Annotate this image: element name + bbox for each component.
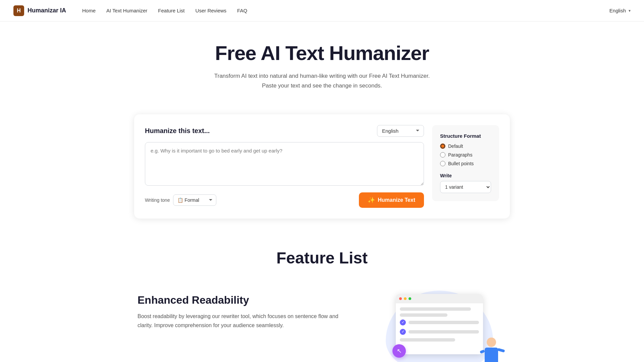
feature-description: Boost readability by leveraging our rewr… [138, 312, 352, 330]
hero-section: Free AI Text Humanizer Transform AI text… [0, 21, 644, 104]
chevron-down-icon: ▾ [629, 8, 631, 13]
features-section-title: Feature List [13, 249, 631, 267]
content-line-2 [400, 313, 447, 317]
nav-item-user-reviews[interactable]: User Reviews [196, 8, 227, 13]
tool-card: Humanize this text... English Spanish Fr… [134, 114, 510, 219]
nav-item-faq[interactable]: FAQ [237, 8, 247, 13]
content-line-check-2: ✓ [400, 329, 479, 335]
feature-item-readability: Enhanced Readability Boost readability b… [138, 287, 506, 362]
nav-item-feature-list[interactable]: Feature List [158, 8, 184, 13]
nav-links: Home AI Text Humanizer Feature List User… [82, 8, 609, 14]
structure-title: Structure Format [440, 133, 491, 139]
person-head [487, 338, 496, 347]
structure-panel: Structure Format Default Paragraphs Bull… [432, 125, 499, 201]
humanize-textarea[interactable] [145, 142, 424, 186]
content-line-check-1: ✓ [400, 319, 479, 325]
structure-option-default[interactable]: Default [440, 143, 491, 149]
tool-header-title: Humanize this text... [145, 127, 210, 135]
hero-title: Free AI Text Humanizer [13, 42, 631, 65]
browser-content: ✓ ✓ [396, 303, 483, 348]
tool-left-panel: Humanize this text... English Spanish Fr… [145, 125, 424, 208]
tool-section: Humanize this text... English Spanish Fr… [121, 114, 523, 219]
nav-logo[interactable]: H Humanizar IA [13, 5, 66, 16]
tool-header: Humanize this text... English Spanish Fr… [145, 125, 424, 137]
person-body [485, 348, 498, 362]
feature-illustration: ✓ ✓ ↖ [379, 287, 506, 362]
check-line-bar-1 [409, 321, 479, 324]
dot-green [409, 297, 411, 300]
navbar: H Humanizar IA Home AI Text Humanizer Fe… [0, 0, 644, 21]
sparkle-icon: ✨ [368, 196, 375, 204]
write-label: Write [440, 173, 491, 178]
logo-icon: H [13, 5, 24, 16]
features-section: Feature List Enhanced Readability Boost … [0, 229, 644, 362]
person-arm-right [497, 348, 505, 352]
writing-tone-label: Writing tone [145, 197, 170, 203]
feature-heading: Enhanced Readability [138, 294, 352, 306]
browser-bar [396, 294, 483, 303]
language-label: English [609, 8, 626, 13]
person-illustration [480, 338, 503, 362]
hero-subtitle: Transform AI text into natural and human… [208, 71, 436, 91]
dot-yellow [404, 297, 407, 300]
content-line-1 [400, 307, 471, 311]
tone-dropdown[interactable]: 📋 Formal 💬 Casual 📝 Academic 🎨 Creative [173, 194, 216, 206]
tool-footer: Writing tone 📋 Formal 💬 Casual 📝 Academi… [145, 192, 424, 208]
illustration-container: ✓ ✓ ↖ [379, 287, 506, 362]
check-icon-1: ✓ [400, 319, 406, 325]
humanize-btn-label: Humanize Text [378, 197, 415, 203]
language-dropdown[interactable]: English Spanish French German Portuguese [377, 125, 424, 137]
content-line-3 [400, 338, 455, 342]
illustration-browser: ✓ ✓ [396, 294, 483, 354]
nav-item-home[interactable]: Home [82, 8, 96, 13]
structure-option-bullet-points[interactable]: Bullet points [440, 161, 491, 166]
writing-tone-wrapper: Writing tone 📋 Formal 💬 Casual 📝 Academi… [145, 194, 216, 206]
cursor-icon: ↖ [392, 344, 406, 358]
structure-option-paragraphs[interactable]: Paragraphs [440, 152, 491, 158]
person-arm-left [480, 350, 485, 354]
humanize-button[interactable]: ✨ Humanize Text [359, 192, 424, 208]
nav-item-ai-humanizer[interactable]: AI Text Humanizer [106, 8, 147, 13]
check-line-bar-2 [409, 330, 479, 334]
dot-red [399, 297, 402, 300]
feature-text: Enhanced Readability Boost readability b… [138, 287, 352, 330]
check-icon-2: ✓ [400, 329, 406, 335]
logo-text: Humanizar IA [28, 7, 66, 14]
language-selector[interactable]: English ▾ [609, 8, 631, 13]
variant-dropdown[interactable]: 1 variant 2 variants 3 variants [440, 181, 491, 193]
structure-radio-group: Default Paragraphs Bullet points [440, 143, 491, 166]
